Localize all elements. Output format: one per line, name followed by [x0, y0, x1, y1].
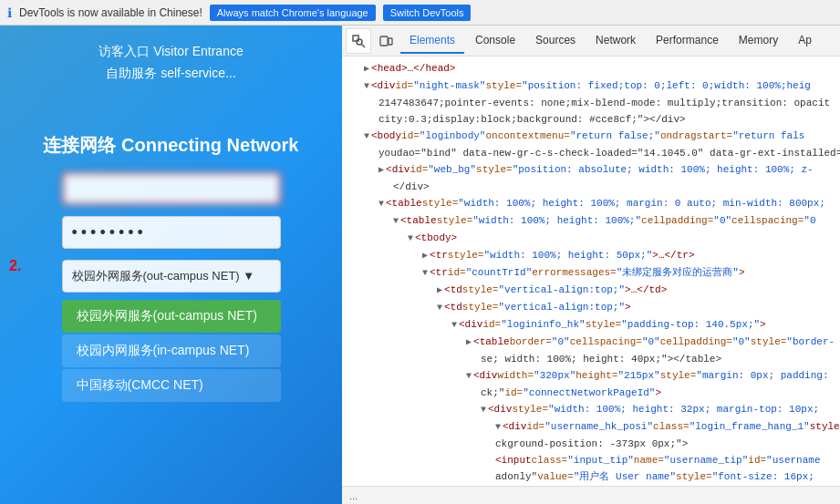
- network-type-dropdown[interactable]: 校园外网服务(out-campus NET) ▼: [62, 260, 281, 293]
- top-line2: 自助服务 self-service...: [106, 66, 235, 82]
- switch-devtools-button[interactable]: Switch DevTools: [383, 5, 472, 21]
- triangle-icon[interactable]: ▼: [437, 301, 442, 315]
- menu-item-campus-out[interactable]: 校园外网服务(out-campus NET): [62, 300, 281, 333]
- triangle-icon[interactable]: ▼: [495, 420, 501, 435]
- dom-line: ▶ <div id="web_bg" style="position: abso…: [342, 161, 840, 179]
- triangle-icon[interactable]: ▼: [466, 369, 472, 384]
- svg-point-2: [357, 39, 362, 45]
- dom-line: ▶ <head>…</head>: [342, 60, 840, 77]
- dom-line: city:0.3;display:block;background: #cce8…: [342, 111, 840, 128]
- dom-line: <input class="input_tip" name="username_…: [342, 452, 840, 468]
- menu-item-label: 校园内网服务(in-campus NET): [77, 343, 250, 359]
- tab-sources[interactable]: Sources: [526, 28, 585, 54]
- notification-bar: ℹ DevTools is now available in Chinese! …: [0, 0, 840, 26]
- devtools-panel: Elements Console Sources Network Perform…: [342, 26, 840, 504]
- triangle-icon[interactable]: ▼: [364, 79, 369, 94]
- menu-item-campus-in[interactable]: 校园内网服务(in-campus NET): [62, 334, 281, 367]
- dom-line: ▶ <table border="0" cellspacing="0" cell…: [342, 334, 840, 351]
- dom-line: se; width: 100%; height: 40px;"></table>: [342, 351, 840, 367]
- triangle-icon[interactable]: ▶: [422, 249, 428, 263]
- dom-line: ckground-position: -373px 0px;">: [342, 436, 840, 452]
- dom-line: ▼ <table style="width: 100%; height: 100…: [342, 195, 840, 212]
- dom-line: adonly" value="用户名 User name" style="fon…: [342, 468, 840, 485]
- menu-item-label: 校园外网服务(out-campus NET): [77, 308, 257, 324]
- menu-item-cmcc[interactable]: 中国移动(CMCC NET): [62, 369, 281, 402]
- device-toolbar-icon[interactable]: [373, 28, 399, 54]
- match-language-button[interactable]: Always match Chrome's language: [210, 5, 376, 21]
- dom-line: ▼ <table style="width: 100%; height: 100…: [342, 212, 840, 230]
- menu-items: 校园外网服务(out-campus NET) 校园内网服务(in-campus …: [62, 300, 281, 404]
- dom-line: </div>: [342, 179, 840, 195]
- triangle-icon[interactable]: ▼: [393, 214, 399, 229]
- connecting-text: 连接网络 Connecting Network: [43, 133, 298, 158]
- bottom-text: ...: [349, 490, 358, 501]
- tab-application[interactable]: Ap: [789, 28, 821, 54]
- dom-line: ▶ <td style="vertical-align:top;">…</td>: [342, 282, 840, 299]
- triangle-icon[interactable]: ▼: [481, 403, 486, 417]
- dom-line: 2147483647;pointer-events: none;mix-blen…: [342, 95, 840, 111]
- dom-line: youdao="bind" data-new-gr-c-s-check-load…: [342, 145, 840, 161]
- tab-network[interactable]: Network: [586, 28, 645, 54]
- devtools-tabs: Elements Console Sources Network Perform…: [342, 26, 840, 57]
- username-input[interactable]: [62, 172, 281, 205]
- dom-line: ▼ <div id="username_hk_posi" class="logi…: [342, 418, 840, 436]
- dom-line: ▼ <div style="width: 100%; height: 32px;…: [342, 401, 840, 418]
- dom-line: ck;" id="connectNetworkPageId">: [342, 385, 840, 401]
- step-label: 2.: [9, 258, 21, 274]
- dom-line: ▼ <body id="loginbody" oncontextmenu="re…: [342, 128, 840, 145]
- tab-elements[interactable]: Elements: [400, 28, 464, 54]
- top-line1: 访客入口 Visitor Entrance: [99, 44, 243, 60]
- triangle-icon[interactable]: ▼: [408, 231, 413, 246]
- devtools-dom-content: ▶ <head>…</head> ▼ <div id="night-mask" …: [342, 57, 840, 486]
- triangle-icon[interactable]: ▶: [379, 163, 384, 178]
- dom-line: ▼ <tr id="countTrId" errormessages="未绑定服…: [342, 264, 840, 282]
- dom-line: ▼ <td style="vertical-align:top;">: [342, 299, 840, 316]
- triangle-icon[interactable]: ▼: [364, 129, 369, 144]
- dropdown-label: 校园外网服务(out-campus NET) ▼: [72, 268, 255, 284]
- left-panel: 访客入口 Visitor Entrance 自助服务 self-service.…: [0, 26, 342, 504]
- menu-item-label: 中国移动(CMCC NET): [77, 377, 203, 394]
- inspect-element-icon[interactable]: [346, 28, 371, 54]
- dom-line: ▼ <div width="320px" height="215px" styl…: [342, 367, 840, 385]
- triangle-icon[interactable]: ▶: [437, 283, 442, 298]
- password-input[interactable]: [62, 216, 281, 249]
- svg-rect-4: [389, 38, 392, 45]
- triangle-icon[interactable]: ▶: [364, 62, 369, 77]
- svg-rect-3: [380, 36, 388, 46]
- dom-line: ▶ <tr style="width: 100%; height: 50px;"…: [342, 247, 840, 264]
- info-icon: ℹ: [7, 5, 12, 20]
- main-content: 访客入口 Visitor Entrance 自助服务 self-service.…: [0, 26, 840, 504]
- devtools-bottom-bar: ...: [342, 486, 840, 504]
- triangle-icon[interactable]: ▼: [422, 266, 428, 281]
- triangle-icon[interactable]: ▼: [379, 197, 384, 211]
- dom-line: ▼ <div id="logininfo_hk" style="padding-…: [342, 316, 840, 334]
- notification-text: DevTools is now available in Chinese!: [19, 6, 202, 19]
- triangle-icon[interactable]: ▶: [466, 335, 472, 350]
- dom-line: ▼ <tbody>: [342, 230, 840, 247]
- triangle-icon[interactable]: ▼: [451, 318, 457, 333]
- tab-memory[interactable]: Memory: [730, 28, 787, 54]
- tab-performance[interactable]: Performance: [647, 28, 728, 54]
- dom-line: ▼ <div id="night-mask" style="position: …: [342, 77, 840, 95]
- tab-console[interactable]: Console: [466, 28, 524, 54]
